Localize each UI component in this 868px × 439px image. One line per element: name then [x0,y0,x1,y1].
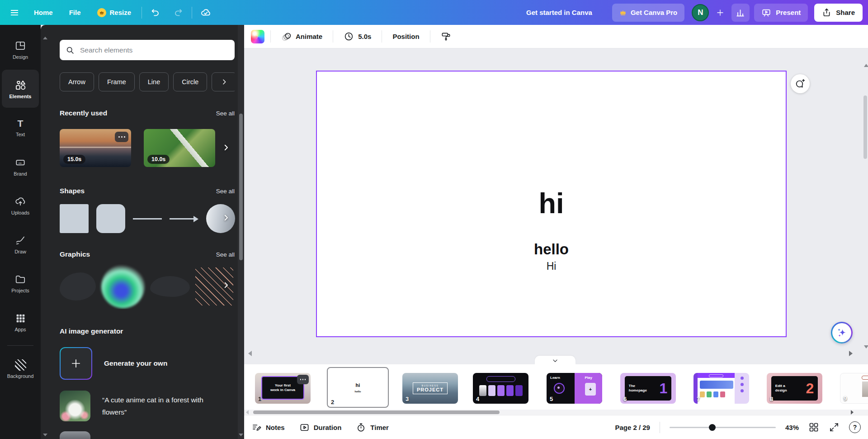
sidebar-item-draw[interactable]: Draw [0,225,41,263]
help-button[interactable]: ? [849,421,861,433]
generate-tile[interactable] [60,347,92,380]
add-member-button[interactable] [713,4,727,22]
graphic-blob[interactable] [150,276,190,297]
zoom-slider-track[interactable] [670,427,776,429]
scroll-up-arrow[interactable] [864,64,868,67]
ai-prompt-item[interactable]: “Gothic castle surrounded by [60,431,223,439]
fullscreen-button[interactable] [829,422,840,433]
more-options-button[interactable] [297,375,309,384]
page-thumbnail-2-selected[interactable]: hi hello 2 [327,367,389,408]
shapes-see-all[interactable]: See all [216,188,235,195]
scroll-left-arrow[interactable] [246,410,249,415]
page-thumbnail-4[interactable]: 4 [473,373,528,404]
panel-scrollbar[interactable] [238,25,244,439]
duration-button[interactable]: Duration [299,422,342,433]
scroll-up-arrow[interactable] [43,37,47,39]
chip-frame[interactable]: Frame [99,72,135,91]
undo-button[interactable] [146,4,165,22]
scroll-right-arrow[interactable] [849,351,853,356]
animate-button[interactable]: Animate [277,28,327,46]
zoom-percentage[interactable]: 43% [785,424,799,431]
cloud-saved-icon[interactable] [197,4,215,22]
home-button[interactable]: Home [28,4,59,22]
paint-roller-button[interactable] [436,28,456,46]
page-thumbnail-1[interactable]: Your firstweek in Canva 1 [255,373,311,404]
sidebar-item-projects[interactable]: Projects [0,264,41,302]
shapes-next-button[interactable] [220,212,232,224]
graphics-see-all[interactable]: See all [216,251,235,258]
vertical-scrollbar-thumb[interactable] [863,95,867,159]
sidebar-item-apps[interactable]: Apps [0,303,41,341]
zoom-slider[interactable] [670,424,776,431]
graphic-blob[interactable] [60,272,96,301]
slide-subheading[interactable]: hello [317,241,786,258]
graphics-next-button[interactable] [220,279,232,291]
notes-button[interactable]: Notes [251,422,285,433]
timer-button[interactable]: Timer [356,422,389,433]
more-options-button[interactable] [115,132,128,142]
menu-button[interactable] [5,4,24,22]
sidebar-item-text[interactable]: T Text [0,109,41,147]
sidebar-item-elements[interactable]: Elements [2,70,39,108]
slide-page[interactable]: hi hello Hi [316,71,787,337]
video-thumbnail-bridge[interactable]: 15.0s [60,129,131,167]
present-button[interactable]: Present [754,4,808,22]
insights-button[interactable] [731,4,750,22]
zoom-slider-knob[interactable] [709,424,716,431]
shape-line[interactable] [133,218,162,220]
scroll-down-arrow[interactable] [43,434,47,436]
shape-arrow[interactable] [170,215,198,222]
recently-used-next-button[interactable] [220,142,232,153]
page-thumbnail-9[interactable]: 9 [840,373,868,404]
shape-rounded-square[interactable] [96,204,125,233]
add-comment-button[interactable] [791,74,810,93]
get-canva-pro-button[interactable]: Get Canva Pro [612,4,684,22]
page-thumbnail-3[interactable]: BUSINESS PROJECT 3 [402,373,458,404]
chip-circle[interactable]: Circle [173,72,207,91]
ai-prompt-item[interactable]: “A cute anime cat in a forest with flowe… [60,391,223,421]
chip-line[interactable]: Line [139,72,169,91]
sidebar-item-design[interactable]: Design [0,31,41,69]
sidebar-item-brand[interactable]: co. Brand [0,148,41,186]
page-thumbnail-5[interactable]: Learn Play + 5 [547,373,602,404]
scroll-down-arrow[interactable] [239,434,243,436]
page-thumbnail-6[interactable]: The homepage 1 6 [620,373,676,404]
filmstrip-scrollbar-thumb[interactable] [253,410,500,414]
slide-heading[interactable]: hi [317,188,786,218]
sidebar-item-background[interactable]: Background [0,350,41,388]
graphics-header: Graphics See all [60,250,235,258]
page-thumbnail-7[interactable]: 7 [693,373,749,404]
panel-scrollbar-thumb[interactable] [239,114,243,260]
chips-next-button[interactable] [212,72,235,91]
ai-prompt-thumbnail-cat[interactable] [60,391,90,421]
file-button[interactable]: File [63,4,87,22]
generate-your-own-item[interactable]: Generate your own [60,347,167,380]
scroll-down-arrow[interactable] [864,345,868,348]
elements-panel: Arrow Frame Line Circle Recently used Se… [41,25,244,439]
filmstrip-collapse-handle[interactable] [535,356,576,364]
page-thumbnail-8[interactable]: Edit a design 2 8 [767,373,822,404]
avatar[interactable]: N [692,4,709,21]
slide-body-text[interactable]: Hi [317,260,786,272]
page-indicator[interactable]: Page 2 / 29 [615,424,650,431]
filmstrip-scrollbar[interactable] [244,410,868,415]
video-thumbnail-field[interactable]: 10.0s [144,129,215,167]
magic-assistant-button[interactable] [831,322,853,344]
ai-prompt-thumbnail-castle[interactable] [60,431,90,439]
share-button[interactable]: Share [814,4,863,22]
background-color-swatch[interactable] [251,30,264,43]
search-box[interactable] [60,40,235,60]
graphic-gradient-blob[interactable] [101,265,145,308]
position-button[interactable]: Position [388,28,424,46]
search-input[interactable] [79,46,229,55]
shape-square[interactable] [60,204,89,233]
resize-button[interactable]: Resize [91,4,137,22]
redo-button[interactable] [169,4,187,22]
scroll-left-arrow[interactable] [248,351,252,356]
grid-view-button[interactable] [808,422,819,433]
chip-arrow[interactable]: Arrow [60,72,94,91]
scroll-right-arrow[interactable] [851,410,854,415]
recently-used-see-all[interactable]: See all [216,110,235,117]
sidebar-item-uploads[interactable]: Uploads [0,186,41,224]
page-duration-button[interactable]: 5.0s [339,28,376,46]
